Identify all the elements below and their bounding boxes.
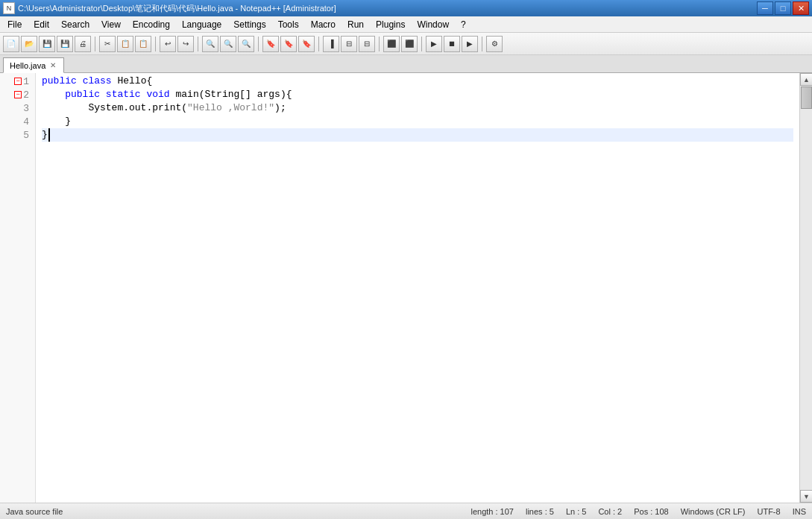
zoom-out-button[interactable]: 🔖 [280, 36, 297, 52]
maximize-button[interactable]: □ [775, 1, 791, 15]
menu-item-encoding[interactable]: Encoding [127, 16, 176, 32]
settings-button[interactable]: ⚙ [486, 36, 503, 52]
status-length: length : 107 [470, 507, 514, 516]
fold-icon-2[interactable]: − [14, 91, 22, 98]
status-lines: lines : 5 [526, 507, 554, 516]
stop-macro-button[interactable]: ⏹ [444, 36, 460, 52]
menu-item-macro[interactable]: Macro [305, 16, 342, 32]
paste-button[interactable]: 📋 [135, 36, 151, 52]
toolbar: 📄📂💾💾🖨✂📋📋↩↪🔍🔍🔍🔖🔖🔖▐⊟⊟⬛⬛▶⏹▶⚙ [0, 33, 812, 55]
status-bar: Java source file length : 107 lines : 5 … [0, 503, 812, 519]
line-num-4: 4 [0, 115, 35, 128]
fold-icon-1[interactable]: − [14, 78, 22, 85]
minimize-button[interactable]: ─ [757, 1, 773, 15]
cursor [48, 128, 56, 142]
toggle-statusbar-button[interactable]: ⬛ [401, 36, 418, 52]
cut-button[interactable]: ✂ [99, 36, 116, 52]
app-icon: N [3, 2, 15, 14]
menu-item-edit[interactable]: Edit [28, 16, 55, 32]
toggle-view-button[interactable]: ▐ [323, 36, 339, 52]
copy-button[interactable]: 📋 [117, 36, 133, 52]
undo-button[interactable]: ↩ [160, 36, 176, 52]
code-line-1: public class Hello{ [42, 75, 793, 88]
scroll-thumb[interactable] [801, 86, 812, 109]
menu-item-plugins[interactable]: Plugins [370, 16, 411, 32]
status-encoding: UTF-8 [757, 507, 780, 516]
line-num-1: − 1 [0, 75, 35, 88]
tab-bar: Hello.java ✕ [0, 55, 812, 73]
toolbar-separator [421, 37, 422, 51]
scroll-down-button[interactable]: ▼ [800, 490, 812, 503]
menu-item-language[interactable]: Language [176, 16, 227, 32]
save-button[interactable]: 💾 [39, 36, 55, 52]
line-num-2: − 2 [0, 88, 35, 101]
status-pos: Pos : 108 [634, 507, 668, 516]
toolbar-separator [482, 37, 482, 51]
code-line-3: System.out.print("Hello ,World!"); [42, 101, 793, 115]
tab-hello-java[interactable]: Hello.java ✕ [3, 57, 64, 73]
line-num-3: 3 [0, 101, 35, 115]
sync-scroll-button[interactable]: ⊟ [341, 36, 357, 52]
status-ins: INS [793, 507, 806, 516]
menu-item-?[interactable]: ? [455, 16, 472, 32]
find-in-files-button[interactable]: 🔍 [220, 36, 236, 52]
status-file-type: Java source file [6, 507, 63, 516]
tab-label: Hello.java [10, 61, 45, 70]
new-file-button[interactable]: 📄 [3, 36, 19, 52]
editor-container: − 1 − 2 3 4 5 public class Hello{ public… [0, 73, 812, 503]
code-editor[interactable]: public class Hello{ public static void m… [36, 73, 799, 503]
zoom-in-button[interactable]: 🔖 [262, 36, 279, 52]
toolbar-separator [379, 37, 380, 51]
restore-zoom-button[interactable]: 🔖 [298, 36, 315, 52]
menu-item-window[interactable]: Window [411, 16, 455, 32]
toolbar-separator [198, 37, 198, 51]
toolbar-separator [155, 37, 156, 51]
play-macro-button[interactable]: ▶ [462, 36, 478, 52]
status-eol: Windows (CR LF) [681, 507, 746, 516]
word-wrap-button[interactable]: ⊟ [359, 36, 375, 52]
redo-button[interactable]: ↪ [177, 36, 194, 52]
replace-button[interactable]: 🔍 [238, 36, 254, 52]
record-macro-button[interactable]: ▶ [426, 36, 442, 52]
tab-close-button[interactable]: ✕ [48, 61, 57, 69]
vertical-scrollbar: ▲ ▼ [799, 73, 812, 503]
open-file-button[interactable]: 📂 [21, 36, 37, 52]
toolbar-separator [258, 37, 259, 51]
print-button[interactable]: 🖨 [75, 36, 91, 52]
menu-item-tools[interactable]: Tools [272, 16, 305, 32]
menu-item-search[interactable]: Search [55, 16, 95, 32]
menu-bar: FileEditSearchViewEncodingLanguageSettin… [0, 16, 812, 33]
save-all-button[interactable]: 💾 [57, 36, 73, 52]
close-button[interactable]: ✕ [793, 1, 809, 15]
menu-item-settings[interactable]: Settings [227, 16, 271, 32]
line-numbers: − 1 − 2 3 4 5 [0, 73, 36, 503]
toggle-toolbar-button[interactable]: ⬛ [383, 36, 400, 52]
title-bar-left: N C:\Users\Administrator\Desktop\笔记和代码\代… [3, 2, 336, 14]
menu-item-view[interactable]: View [95, 16, 127, 32]
toolbar-separator [318, 37, 319, 51]
code-line-4: } [42, 115, 793, 128]
window-controls: ─ □ ✕ [757, 1, 809, 15]
menu-item-file[interactable]: File [1, 16, 28, 32]
status-right: length : 107 lines : 5 Ln : 5 Col : 2 Po… [470, 507, 806, 516]
window-title: C:\Users\Administrator\Desktop\笔记和代码\代码\… [18, 3, 336, 14]
code-line-5: } [42, 128, 793, 142]
status-ln: Ln : 5 [566, 507, 587, 516]
code-line-2: public static void main(String[] args){ [42, 88, 793, 101]
find-button[interactable]: 🔍 [202, 36, 218, 52]
title-bar: N C:\Users\Administrator\Desktop\笔记和代码\代… [0, 0, 812, 16]
scroll-track[interactable] [800, 86, 812, 490]
toolbar-separator [95, 37, 95, 51]
line-num-5: 5 [0, 128, 35, 142]
scroll-up-button[interactable]: ▲ [800, 73, 812, 86]
status-col: Col : 2 [598, 507, 622, 516]
menu-item-run[interactable]: Run [342, 16, 370, 32]
